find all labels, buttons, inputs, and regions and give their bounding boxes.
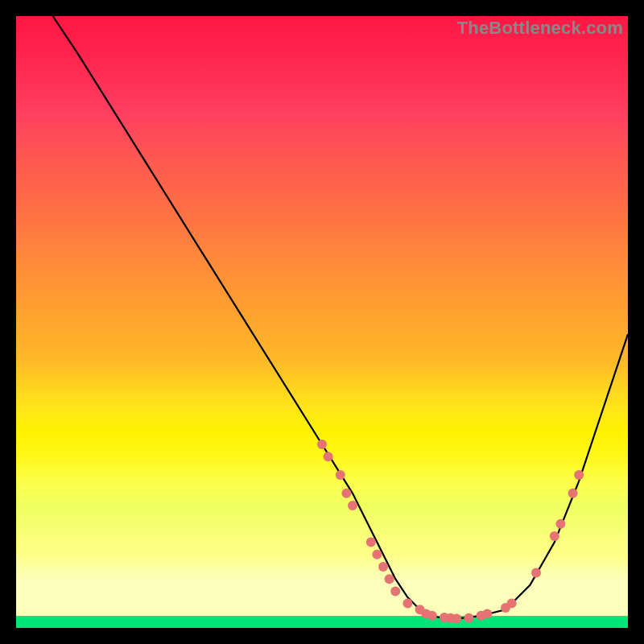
data-point [385, 574, 394, 584]
data-point [452, 614, 461, 624]
bottleneck-curve [53, 16, 628, 619]
data-point [531, 568, 541, 578]
data-point [390, 586, 400, 596]
data-point [482, 609, 492, 619]
data-point [366, 538, 376, 547]
data-point [378, 562, 388, 572]
data-point [464, 613, 473, 623]
data-point [568, 489, 578, 498]
data-point [574, 470, 584, 480]
chart-svg [16, 16, 628, 628]
data-markers [317, 440, 584, 624]
data-point [427, 611, 437, 621]
chart-container: TheBottleneck.com [0, 0, 644, 644]
data-point [324, 452, 333, 461]
data-point [507, 599, 517, 609]
data-point [336, 470, 345, 480]
data-point [550, 531, 559, 541]
data-point [348, 501, 357, 510]
data-point [402, 599, 412, 609]
data-point [317, 440, 327, 449]
plot-area: TheBottleneck.com [16, 16, 628, 628]
data-point [555, 519, 565, 529]
data-point [341, 489, 351, 498]
data-point [372, 550, 382, 559]
